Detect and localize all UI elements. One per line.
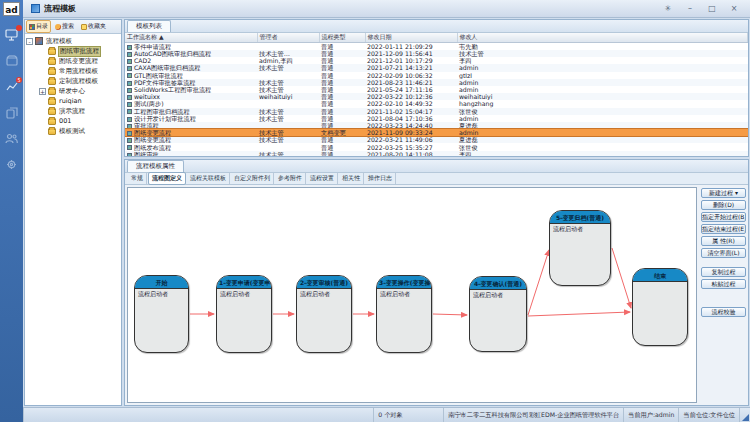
table-cell: PDF文件审批签章流程 [125, 79, 257, 86]
app-icon [31, 4, 40, 13]
tree-item[interactable]: 图纸审批流程 [26, 46, 120, 56]
tree-root[interactable]: - 流程模板 [26, 36, 120, 46]
workflow-icon [127, 52, 132, 57]
close-icon[interactable]: × [728, 4, 740, 14]
tab-item[interactable]: 流程关联模板 [187, 173, 230, 184]
table-row[interactable]: 测试(两步)普通2022-02-10 14:49:32hangzhang [125, 100, 748, 107]
table-row[interactable]: SolidWorks工程图审批流程技术主管普通2021-05-24 17:11:… [125, 86, 748, 93]
flow-node[interactable]: 5-变更归档(普通)流程启动者 [549, 210, 611, 286]
tree-item[interactable]: 定制流程模板 [26, 76, 120, 86]
table-row[interactable]: 工程图审批归档流程技术主管普通2021-11-02 15:04:17张世俊 [125, 108, 748, 115]
table-row[interactable]: 图纸变更流程技术主管普通2022-03-21 11:49:06夏进磊 [125, 136, 748, 143]
tab-item[interactable]: 流程设置 [307, 173, 338, 184]
table-cell: 韦先勤 [457, 43, 748, 51]
table-row[interactable]: weituixxweihaituiyi普通2022-03-22 10:12:36… [125, 93, 748, 100]
properties-header: 流程模板属性 [125, 160, 748, 173]
delete-button[interactable]: 删除(D) [701, 200, 746, 210]
tab-item[interactable]: 参考附件 [275, 173, 306, 184]
tree-item-label: ruiqian [58, 97, 83, 105]
properties-tab[interactable]: 流程模板属性 [127, 160, 184, 172]
flow-node[interactable]: 开始流程启动者 [134, 275, 189, 353]
table-row[interactable]: GTL图纸审批流程普通2022-02-09 10:06:32gtlzl [125, 72, 748, 79]
column-header[interactable]: 工作流名称 ▲ [125, 33, 257, 43]
table-row[interactable]: CAXA图纸审批归档流程技术主管普通2021-07-21 14:13:21adm… [125, 64, 748, 71]
tab-active[interactable]: 流程图定义 [148, 172, 186, 185]
table-row[interactable]: 图纸变更流程技术主管文档变更2021-11-09 09:33:24admin [125, 129, 748, 136]
table-cell: 普通 [319, 57, 365, 64]
set-end-process-button[interactable]: 指定结束过程(E) [701, 224, 746, 234]
table-cell: 技术主管 [257, 108, 319, 115]
table-cell: 2022-02-09 10:06:32 [365, 72, 457, 79]
flow-node[interactable]: 结束 [632, 268, 688, 346]
tree-item[interactable]: 001 [26, 116, 120, 126]
resize-grip[interactable] [740, 408, 750, 422]
tree-toolbar-grid-button[interactable]: 目录 [26, 20, 51, 33]
table-row[interactable]: 图纸发布流程普通2022-03-25 15:35:27张世俊 [125, 143, 748, 150]
copy-process-button[interactable]: 复制过程 [701, 267, 746, 277]
workflow-icon [127, 81, 132, 86]
tree-item[interactable]: 模板测试 [26, 126, 120, 136]
column-header[interactable]: 管理者 [257, 33, 319, 43]
table-cell: CAXA图纸审批归档流程 [125, 64, 257, 71]
table-row[interactable]: 零件申请流程普通2022-01-11 21:09:29韦先勤 [125, 43, 748, 51]
archive-icon[interactable] [4, 53, 19, 68]
tab-item[interactable]: 自定义附件列 [231, 173, 274, 184]
flow-node-title: 结束 [633, 269, 687, 282]
table-cell: 普通 [319, 108, 365, 115]
maximize-icon[interactable]: □ [706, 4, 718, 14]
table-cell: weituixx [125, 93, 257, 100]
tree-item-label: 图纸审批流程 [58, 46, 101, 57]
flow-node[interactable]: 3-变更操作(变更操流程启动者 [376, 275, 432, 353]
table-cell: 普通 [319, 43, 365, 51]
paste-process-button[interactable]: 粘贴过程 [701, 279, 746, 289]
chart-icon[interactable]: 5 [4, 79, 19, 94]
tab-item[interactable]: 常规 [128, 173, 147, 184]
tree-toolbar-search-button[interactable]: 搜索 [52, 20, 77, 33]
set-start-process-button[interactable]: 指定开始过程(B) [701, 212, 746, 222]
new-process-button[interactable]: 新建过程 ▾ [701, 188, 746, 198]
tree-item[interactable]: 常用流程模板 [26, 66, 120, 76]
properties-tabs: 常规流程图定义流程关联模板自定义附件列参考附件流程设置相关性操作日志 [125, 173, 748, 185]
table-row[interactable]: PDF文件审批签章流程技术主管普通2021-08-23 11:46:21admi… [125, 79, 748, 86]
validate-flow-button[interactable]: 流程校验 [701, 307, 746, 317]
tree-toolbar-folder-button[interactable]: 收藏夹 [78, 20, 109, 33]
tree-toolbar: 目录搜索收藏夹 [25, 20, 121, 34]
tree-item[interactable]: 图纸变更流程 [26, 56, 120, 66]
folder-icon [81, 24, 87, 30]
settings-icon[interactable]: ✳ [662, 4, 674, 14]
minimize-icon[interactable]: – [684, 4, 696, 14]
workflow-canvas[interactable]: 开始流程启动者1-变更申请(变更申流程启动者2-变更审核(普通)流程启动者3-变… [127, 187, 697, 403]
template-list-panel: 模板列表 工作流名称 ▲管理者流程类型修改日期修改人 零件申请流程普通2022-… [124, 19, 749, 157]
flow-node[interactable]: 4-变更确认(普通)流程启动者 [469, 276, 527, 352]
tree-item[interactable]: 演示流程 [26, 106, 120, 116]
column-header[interactable]: 修改日期 [365, 33, 457, 43]
documents-icon[interactable] [4, 105, 19, 120]
chart-badge: 5 [16, 77, 22, 83]
flow-node[interactable]: 2-变更审核(普通)流程启动者 [296, 275, 352, 353]
table-row[interactable]: AutoCAD图纸审批归档流程技术主管…普通2021-12-09 11:56:4… [125, 50, 748, 57]
table-row[interactable]: 设计开发计划审批流程技术主管普通2021-08-04 17:10:36admin [125, 115, 748, 122]
table-row[interactable]: 审批流程普通2022-03-23 14:24:40夏进磊 [125, 122, 748, 129]
title-bar: 流程模板 ✳–□× [23, 0, 750, 18]
expand-icon[interactable]: + [39, 88, 46, 95]
tab-item[interactable]: 相关性 [339, 173, 364, 184]
table-row[interactable]: CAD2admin,李四普通2021-12-01 10:17:29李四 [125, 57, 748, 64]
table-row[interactable]: 图纸审批技术主管…普通2021-08-20 14:11:08李四 [125, 151, 748, 156]
column-header[interactable]: 流程类型 [319, 33, 365, 43]
tree-item[interactable]: +研发中心 [26, 86, 120, 96]
table-cell: 2022-02-10 14:49:32 [365, 100, 457, 107]
users-icon[interactable] [4, 131, 19, 146]
clear-canvas-button[interactable]: 清空界面(L) [701, 248, 746, 258]
tree-item-label: 演示流程 [58, 107, 86, 116]
gear-icon[interactable] [4, 157, 19, 172]
flow-node[interactable]: 1-变更申请(变更申流程启动者 [216, 275, 272, 353]
status-object-count: 0 个对象 [374, 408, 444, 422]
monitor-icon[interactable] [4, 27, 19, 42]
table-cell: 2022-03-21 11:49:06 [365, 136, 457, 143]
collapse-icon[interactable]: - [26, 38, 33, 45]
column-header[interactable]: 修改人 [457, 33, 748, 43]
template-list-tab[interactable]: 模板列表 [127, 20, 171, 32]
tab-item[interactable]: 操作日志 [365, 173, 396, 184]
properties-button[interactable]: 属 性(R) [701, 236, 746, 246]
tree-item[interactable]: ruiqian [26, 96, 120, 106]
